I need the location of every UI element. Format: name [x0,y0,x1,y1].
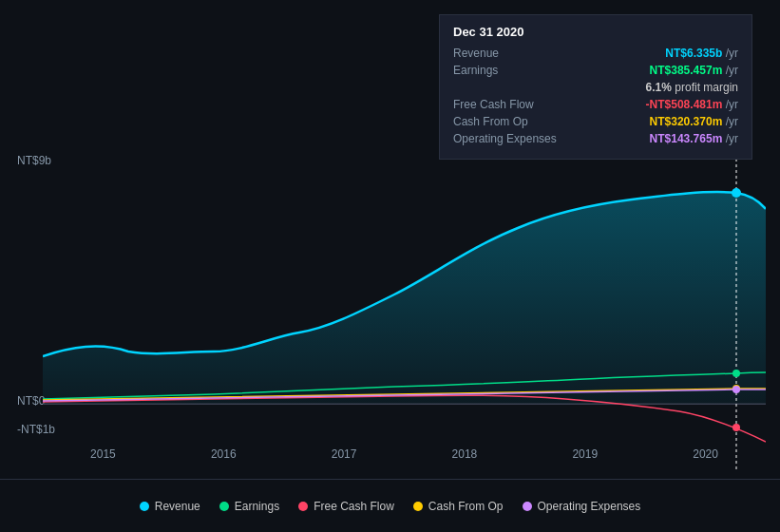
dot-opex [732,386,740,393]
legend-label-cashfromop: Cash From Op [428,500,504,513]
tooltip-row-revenue: Revenue NT$6.335b /yr [453,47,738,60]
chart-container: Dec 31 2020 Revenue NT$6.335b /yr Earnin… [0,0,780,532]
dot-earnings [732,370,740,377]
legend-dot-cashfromop [413,502,423,511]
tooltip-label-earnings: Earnings [453,64,567,77]
tooltip-value-earnings: NT$385.457m /yr [650,64,738,77]
x-label-2015: 2015 [90,447,116,461]
tooltip-label-cashfromop: Cash From Op [453,115,567,128]
tooltip-label-fcf: Free Cash Flow [453,98,567,111]
legend-dot-fcf [298,502,308,511]
legend-item-fcf[interactable]: Free Cash Flow [298,500,394,513]
tooltip-row-opex: Operating Expenses NT$143.765m /yr [453,132,738,145]
tooltip-row-margin: 6.1% profit margin [453,81,738,94]
legend-item-earnings[interactable]: Earnings [219,500,279,513]
legend-label-opex: Operating Expenses [538,500,641,513]
legend-label-revenue: Revenue [155,500,200,513]
x-label-2017: 2017 [332,447,357,461]
x-label-2018: 2018 [452,447,478,461]
tooltip-date: Dec 31 2020 [453,25,738,39]
x-axis: 2015 2016 2017 2018 2019 2020 [43,447,766,461]
legend-item-revenue[interactable]: Revenue [140,500,200,513]
legend: Revenue Earnings Free Cash Flow Cash Fro… [0,500,780,513]
tooltip-row-fcf: Free Cash Flow -NT$508.481m /yr [453,98,738,111]
legend-item-opex[interactable]: Operating Expenses [523,500,641,513]
tooltip-value-fcf: -NT$508.481m /yr [646,98,738,111]
tooltip-label-opex: Operating Expenses [453,132,567,145]
legend-dot-opex [523,502,532,511]
tooltip-box: Dec 31 2020 Revenue NT$6.335b /yr Earnin… [439,14,752,160]
legend-dot-revenue [140,502,149,511]
legend-divider [0,479,780,480]
dot-fcf [732,424,740,431]
tooltip-value-margin: 6.1% profit margin [646,81,738,94]
x-label-2020: 2020 [693,447,718,461]
y-label-mid: NT$0 [17,394,45,408]
x-label-2016: 2016 [211,447,237,461]
legend-label-fcf: Free Cash Flow [314,500,394,513]
legend-label-earnings: Earnings [235,500,279,513]
chart-svg [43,147,766,470]
revenue-area-fill [43,192,766,404]
tooltip-label-revenue: Revenue [453,47,567,60]
tooltip-row-cashfromop: Cash From Op NT$320.370m /yr [453,115,738,128]
legend-item-cashfromop[interactable]: Cash From Op [413,500,504,513]
tooltip-value-cashfromop: NT$320.370m /yr [650,115,738,128]
dot-revenue [732,188,741,198]
tooltip-value-revenue: NT$6.335b /yr [665,47,738,60]
tooltip-value-opex: NT$143.765m /yr [650,132,738,145]
x-label-2019: 2019 [572,447,598,461]
legend-dot-earnings [219,502,229,511]
tooltip-row-earnings: Earnings NT$385.457m /yr [453,64,738,77]
